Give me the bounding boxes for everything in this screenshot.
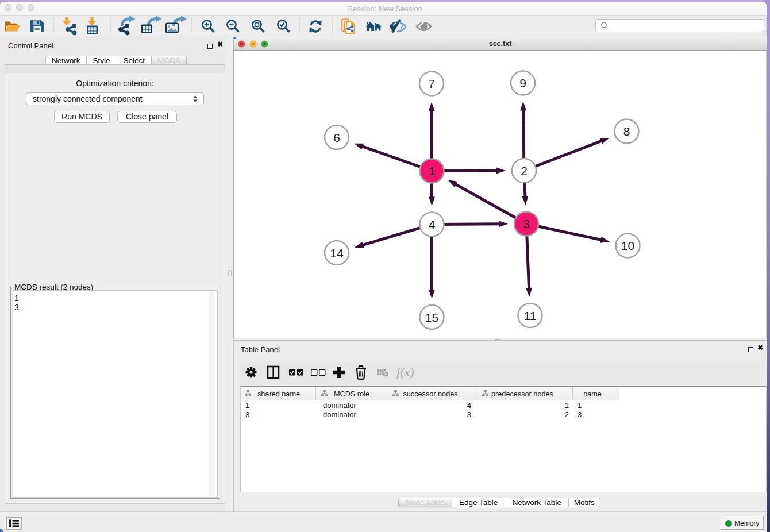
svg-text:1: 1 (429, 164, 436, 178)
svg-text:8: 8 (623, 125, 630, 138)
svg-text:4: 4 (429, 218, 436, 231)
svg-text:15: 15 (425, 311, 438, 324)
svg-text:name: name (583, 390, 602, 398)
svg-text:2: 2 (521, 164, 528, 178)
svg-text:shared name: shared name (257, 390, 300, 398)
svg-text:11: 11 (524, 309, 537, 322)
svg-text:successor nodes: successor nodes (403, 390, 457, 398)
svg-text:10: 10 (621, 239, 634, 252)
svg-text:6: 6 (333, 131, 340, 144)
svg-text:f(x): f(x) (396, 365, 414, 379)
svg-text:MCDS role: MCDS role (334, 390, 369, 398)
svg-text:14: 14 (330, 246, 344, 260)
svg-text:9: 9 (519, 76, 526, 90)
svg-text:7: 7 (428, 77, 435, 90)
svg-text:3: 3 (523, 217, 530, 230)
svg-text:predecessor nodes: predecessor nodes (491, 390, 553, 398)
